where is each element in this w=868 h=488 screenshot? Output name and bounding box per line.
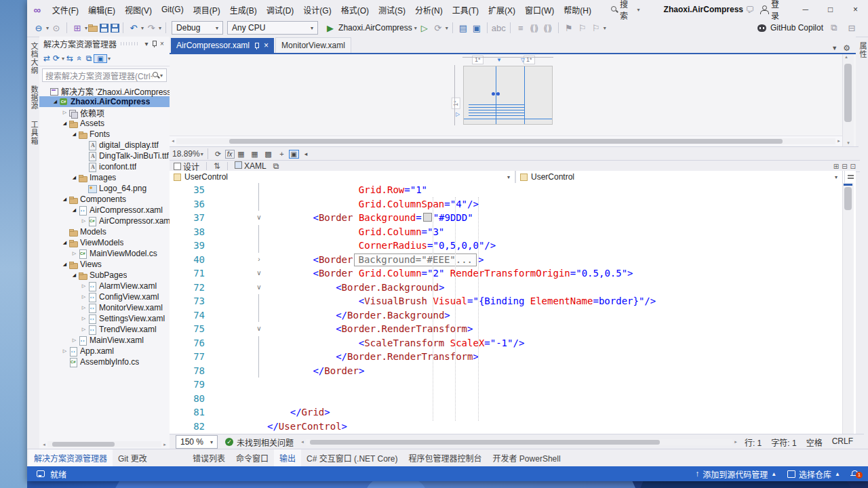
menu-item-9[interactable]: 测试(S) (374, 2, 410, 18)
tree-item-15[interactable]: ▷MainViewModel.cs (39, 248, 170, 259)
indent-icon[interactable]: ≡ (515, 21, 527, 35)
expanded-arrow-icon[interactable]: ◢ (61, 262, 68, 267)
scrollbar-thumb[interactable] (844, 64, 852, 122)
tree-item-21[interactable]: ▷SettingsView.xaml (39, 313, 170, 324)
notifications-button[interactable]: 1 (851, 470, 859, 478)
element-breadcrumb-dropdown[interactable]: UserControl ▾ (515, 171, 843, 183)
expanded-arrow-icon[interactable]: ◢ (71, 272, 78, 278)
tree-item-14[interactable]: ◢ViewModels (39, 237, 170, 248)
tree-item-2[interactable]: ▷依赖项 (39, 107, 170, 118)
swap-panes-icon[interactable]: ⇅ (214, 161, 220, 171)
bookmark-icon[interactable]: ⚑ (563, 21, 575, 35)
scroll-left-icon[interactable]: ◂ (41, 442, 47, 447)
tree-item-22[interactable]: ▷TrendView.xaml (39, 324, 170, 335)
expand-pane-icon[interactable]: ⊡ (850, 163, 856, 170)
tree-item-3[interactable]: ◢Assets (39, 118, 170, 129)
menu-item-10[interactable]: 分析(N) (410, 2, 448, 18)
scroll-left-icon[interactable]: ◂ (170, 138, 176, 144)
tree-item-0[interactable]: 解决方案 'Zhaoxi.AirCompress' ( (39, 85, 170, 96)
tool-window-tab-1[interactable]: Git 更改 (113, 449, 153, 468)
close-icon[interactable]: × (264, 41, 269, 50)
code-line-79[interactable]: 79 (170, 378, 856, 392)
close-icon[interactable]: × (157, 40, 167, 47)
left-tool-tab-0[interactable]: 文档大纲 (27, 37, 41, 80)
collapsed-arrow-icon[interactable]: ▷ (80, 327, 87, 332)
designer-zoom-value[interactable]: 18.89% (172, 149, 200, 159)
code-line-37[interactable]: 37∨ <Border Background="#9DDD" (170, 211, 856, 225)
save-icon[interactable] (100, 24, 108, 33)
start-without-debugging-icon[interactable]: ▷ (418, 21, 431, 35)
code-line-80[interactable]: 80 (170, 392, 856, 406)
chevron-down-icon[interactable]: ▾ (414, 25, 417, 31)
tree-item-20[interactable]: ▷MonitorView.xaml (39, 302, 170, 313)
element-breadcrumb-dropdown[interactable]: UserControl ▾ (170, 171, 515, 183)
navigate-back-icon[interactable]: ⊖ (33, 21, 45, 35)
collapsed-arrow-icon[interactable]: ▷ (80, 305, 87, 310)
editor-zoom-dropdown[interactable]: 150 % ▾ (176, 435, 218, 449)
previous-bookmark-icon[interactable]: ⚐ (576, 21, 589, 35)
expanded-arrow-icon[interactable]: ◢ (71, 131, 78, 137)
menu-item-11[interactable]: 工具(T) (448, 2, 484, 18)
collapsed-arrow-icon[interactable]: ▷ (80, 283, 87, 289)
grid-splitter-marker-icon[interactable]: ▽ (521, 57, 525, 63)
collapsed-arrow-icon[interactable]: ▷ (61, 110, 68, 115)
scroll-down-icon[interactable]: ▾ (845, 140, 852, 146)
collapsed-arrow-icon[interactable]: ▷ (61, 348, 68, 354)
tree-item-7[interactable]: iconfont.ttf (39, 161, 170, 172)
start-debugging-label[interactable]: Zhaoxi.AirCompress (338, 23, 412, 33)
menu-item-13[interactable]: 窗口(W) (520, 2, 559, 18)
grid-row-marker-icon[interactable]: ▷ (456, 111, 460, 117)
project-code-toggle-icon[interactable]: ▣ (289, 150, 299, 159)
sign-in-button[interactable]: 登录 (771, 0, 786, 21)
bottom-panel-tab-2[interactable]: 输出 (274, 449, 301, 468)
collapsed-arrow-icon[interactable]: ▷ (80, 316, 87, 321)
tree-item-9[interactable]: Logo_64.png (39, 183, 170, 194)
tree-item-23[interactable]: ▷MainView.xaml (39, 335, 170, 346)
collapsed-arrow-icon[interactable]: ▷ (71, 338, 78, 343)
chevron-down-icon[interactable]: ▾ (201, 151, 203, 157)
panel-drag-grip[interactable] (121, 42, 138, 45)
bottom-panel-tab-4[interactable]: 程序包管理器控制台 (403, 449, 488, 468)
show-all-files-icon[interactable]: ⧉ (84, 54, 94, 63)
code-line-74[interactable]: 74 </Border.Background> (170, 308, 856, 323)
grid-row-height-label[interactable]: 1* (452, 98, 460, 109)
collapsed-arrow-icon[interactable]: ▷ (80, 294, 87, 300)
chevron-down-icon[interactable]: ▾ (108, 56, 111, 62)
preview-selected-items-icon[interactable]: ▣ (94, 54, 107, 63)
code-line-82[interactable]: 82</UserControl> (170, 420, 856, 434)
bottom-panel-tab-3[interactable]: C# 交互窗口 (.NET Core) (301, 449, 403, 468)
menu-item-5[interactable]: 生成(B) (225, 2, 262, 18)
spell-check-icon[interactable]: abc (492, 21, 506, 35)
open-folder-icon[interactable] (88, 24, 98, 32)
code-line-36[interactable]: 36 Grid.ColumnSpan="4"/> (170, 197, 856, 211)
xaml-designer-surface[interactable]: 1* 1* 1* ▼ ▽ ▷ (170, 54, 856, 146)
menu-item-14[interactable]: 帮助(H) (559, 2, 596, 18)
code-line-40[interactable]: 40› <BorderBackground="#EEE"...> (170, 253, 856, 267)
active-files-list-icon[interactable]: ▼ (831, 45, 837, 52)
code-line-73[interactable]: 73 <VisualBrush Visual="{Binding Element… (170, 294, 856, 308)
xaml-view-tab[interactable]: XAML (235, 161, 267, 171)
expanded-arrow-icon[interactable]: ◢ (71, 207, 78, 213)
navigate-forward-icon[interactable]: ⊙ (50, 21, 62, 35)
code-vertical-scrollbar[interactable] (842, 183, 854, 434)
snap-grid-icon[interactable]: ▦ (249, 147, 261, 161)
tree-item-8[interactable]: ◢Images (39, 172, 170, 183)
chevron-down-icon[interactable]: ▾ (85, 25, 87, 31)
tree-item-17[interactable]: ◢SubPages (39, 270, 170, 281)
tree-item-11[interactable]: ◢AirCompressor.xaml (39, 205, 170, 216)
designer-handle-dot[interactable] (496, 92, 500, 96)
comment-icon[interactable]: ⸨⸩ (528, 21, 540, 35)
switch-views-icon[interactable]: ⇆ (65, 54, 75, 63)
undo-icon[interactable]: ↶ (127, 21, 140, 35)
select-repository-button[interactable]: 选择仓库 ▲ (787, 468, 840, 480)
tree-item-4[interactable]: ◢Fonts (39, 129, 170, 140)
code-line-71[interactable]: 71∨ <Border Grid.Column="2" RenderTransf… (170, 266, 856, 281)
gear-icon[interactable]: ⚙ (843, 43, 850, 53)
scrollbar-thumb[interactable] (310, 440, 660, 445)
copilot-badge-icon[interactable]: ⊟ (846, 21, 858, 35)
fold-marker-icon[interactable]: › (254, 253, 264, 267)
code-line-38[interactable]: 38 Grid.Column="3" (170, 225, 856, 239)
scrollbar-track[interactable] (47, 441, 161, 447)
bottom-panel-tab-0[interactable]: 错误列表 (187, 449, 231, 468)
code-line-35[interactable]: 35 Grid.Row="1" (170, 183, 856, 197)
